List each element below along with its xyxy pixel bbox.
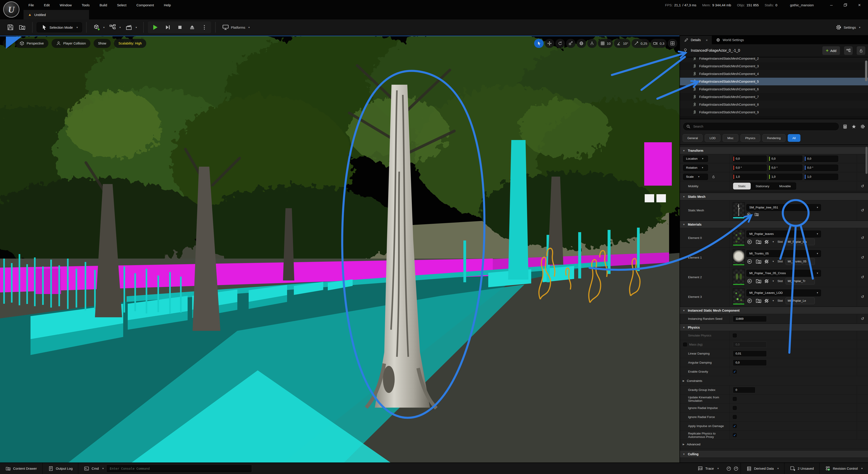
material-options-icon[interactable] (765, 279, 769, 283)
play-options-button[interactable] (199, 23, 210, 32)
update-kinematic-checkbox[interactable] (733, 397, 737, 401)
filter-all[interactable]: All (788, 134, 800, 142)
browse-to-asset-icon[interactable] (755, 278, 762, 284)
eject-button[interactable] (187, 23, 197, 32)
angular-damping-field[interactable]: 0,0 (733, 360, 767, 366)
reset-mobility-button[interactable]: ↺ (857, 181, 868, 191)
replicate-physics-checkbox[interactable] (733, 433, 737, 437)
snapshot-button[interactable] (733, 463, 741, 474)
material-combo[interactable]: MI_Poplar_Tree_05_Cross▾ (746, 270, 821, 277)
frame-skip-button[interactable] (162, 23, 173, 32)
section-static-mesh[interactable]: ▼Static Mesh (680, 193, 868, 200)
editor-mode-dropdown[interactable]: Selection Mode ▾ (37, 22, 82, 32)
properties-scrollbar[interactable] (866, 147, 868, 174)
minimize-button[interactable]: – (829, 2, 834, 8)
component-row[interactable]: FoliageInstancedStaticMeshComponent_8 (680, 101, 868, 108)
filter-general[interactable]: General (683, 134, 703, 142)
simulate-physics-checkbox[interactable] (733, 334, 737, 337)
material-thumbnail[interactable] (733, 249, 745, 266)
menu-help[interactable]: Help (159, 2, 176, 8)
material-thumbnail[interactable] (733, 289, 745, 305)
mass-field[interactable]: 0,0 (733, 341, 767, 348)
filter-physics[interactable]: Physics (741, 134, 760, 142)
rotate-tool-button[interactable] (555, 39, 565, 48)
gravity-group-index-field[interactable]: 0 (733, 387, 755, 393)
component-row[interactable]: FoliageInstancedStaticMeshComponent_3 (680, 62, 868, 70)
settings-dropdown[interactable]: Settings ▾ (835, 24, 864, 31)
add-component-button[interactable]: +Add (822, 46, 840, 55)
output-log-button[interactable]: Output Log (43, 463, 78, 474)
material-combo[interactable]: MI_Poplar_Leaves_LOD▾ (746, 290, 821, 296)
component-row[interactable]: FoliageInstancedStaticMeshComponent_7 (680, 93, 868, 101)
constraints-group[interactable]: ▶Constraints (680, 376, 868, 385)
reset-seed-button[interactable]: ↺ (857, 314, 868, 324)
apply-impulse-checkbox[interactable] (733, 424, 737, 428)
reset-material-button[interactable]: ↺ (857, 248, 868, 267)
seed-field[interactable]: 11669 (733, 316, 767, 322)
material-combo[interactable]: MI_Poplar_leaves▾ (746, 231, 821, 237)
perspective-dropdown[interactable]: Perspective (15, 39, 49, 48)
world-space-toggle[interactable] (577, 39, 586, 48)
scale-snap-button[interactable]: 0,25 (631, 39, 649, 48)
scale-lock-icon[interactable] (712, 175, 715, 179)
section-physics[interactable]: ▼Physics (680, 324, 868, 331)
reset-material-button[interactable]: ↺ (857, 228, 868, 247)
reset-static-mesh-button[interactable]: ↺ (857, 200, 868, 221)
browse-to-asset-icon[interactable] (755, 258, 762, 265)
location-dropdown[interactable]: Location▾ (683, 156, 708, 162)
browse-to-asset-icon[interactable] (754, 212, 759, 217)
add-actor-button[interactable]: ▾ (91, 22, 107, 32)
static-mesh-combo[interactable]: SM_Poplar_tree_051▾ (746, 204, 821, 211)
browse-to-asset-icon[interactable] (755, 298, 762, 304)
show-dropdown[interactable]: Show (94, 39, 111, 48)
derived-data-dropdown[interactable]: Derived Data▾ (741, 463, 784, 474)
material-combo[interactable]: MI_Trunks_05▾ (746, 250, 821, 257)
select-tool-button[interactable] (534, 39, 544, 48)
grid-snap-button[interactable]: 10 (598, 39, 613, 48)
revision-control-dropdown[interactable]: Revision Control▾ (819, 463, 868, 474)
use-selected-asset-icon[interactable] (746, 278, 753, 284)
reset-material-button[interactable]: ↺ (857, 267, 868, 287)
console-command-input[interactable] (109, 467, 249, 471)
location-y-field[interactable]: 0,0 (769, 156, 802, 162)
menu-window[interactable]: Window (55, 2, 76, 8)
location-z-field[interactable]: 0,0 (804, 156, 838, 162)
static-mesh-thumbnail[interactable] (733, 202, 745, 218)
material-thumbnail[interactable] (733, 269, 745, 285)
menu-build[interactable]: Build (94, 2, 112, 8)
menu-select[interactable]: Select (112, 2, 131, 8)
enable-gravity-checkbox[interactable] (733, 370, 737, 373)
mobility-movable[interactable]: Movable (774, 183, 796, 190)
camera-speed-button[interactable]: 0,3 (651, 39, 666, 48)
use-selected-asset-icon[interactable] (746, 258, 753, 265)
menu-component[interactable]: Component (131, 2, 159, 8)
material-thumbnail[interactable] (733, 230, 745, 246)
menu-file[interactable]: File (24, 2, 39, 8)
rotation-x-field[interactable]: 0,0 ° (733, 165, 767, 171)
scale-z-field[interactable]: 1,0 (804, 174, 838, 180)
content-browser-button[interactable] (16, 22, 28, 32)
settings-gear-icon[interactable] (860, 124, 865, 129)
component-scrollbar[interactable] (865, 59, 867, 117)
material-options-icon[interactable] (765, 299, 769, 303)
rotation-dropdown[interactable]: Rotation▾ (683, 165, 708, 171)
view-mode-dropdown[interactable]: Player Collision (52, 39, 90, 48)
menu-edit[interactable]: Edit (39, 2, 55, 8)
location-x-field[interactable]: 0,0 (733, 156, 767, 162)
level-viewport[interactable]: Perspective Player Collision Show Scalab… (0, 36, 680, 463)
play-button[interactable] (149, 22, 161, 32)
mobility-stationary[interactable]: Stationary (751, 183, 774, 190)
restore-button[interactable] (843, 3, 848, 7)
component-row[interactable]: FoliageInstancedStaticMeshComponent_4 (680, 70, 868, 78)
rotation-y-field[interactable]: 0,0 ° (769, 165, 802, 171)
use-selected-asset-icon[interactable] (746, 212, 751, 217)
linear-damping-field[interactable]: 0,01 (733, 350, 767, 357)
cinematics-button[interactable]: ▾ (123, 22, 139, 32)
content-drawer-button[interactable]: Content Drawer (0, 463, 42, 474)
unsaved-button[interactable]: 2 Unsaved (784, 463, 819, 474)
tab-untitled-level[interactable]: ▲ Untitled (24, 10, 89, 20)
use-selected-asset-icon[interactable] (746, 298, 753, 304)
trace-dropdown[interactable]: Trace▾ (692, 463, 724, 474)
favorites-icon[interactable] (851, 124, 857, 129)
filter-rendering[interactable]: Rendering (763, 134, 785, 142)
